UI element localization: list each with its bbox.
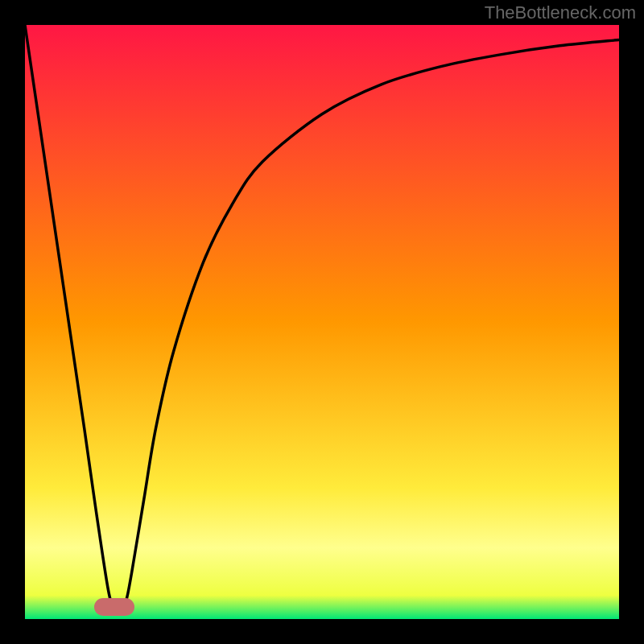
watermark-text: TheBottleneck.com [485, 2, 636, 23]
chart-container: TheBottleneck.com [0, 0, 644, 644]
plot-area [25, 25, 619, 619]
curve-plot [25, 25, 619, 619]
optimal-point-marker [94, 598, 134, 616]
